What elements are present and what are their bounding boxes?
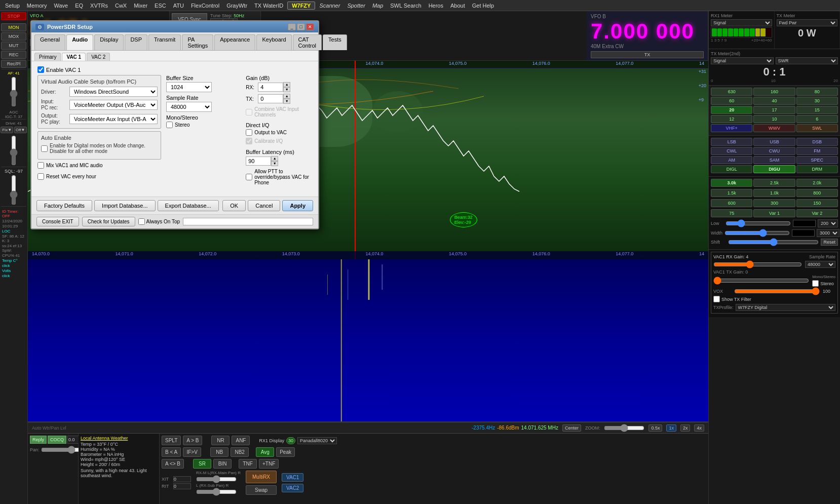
mode-lsb[interactable]: LSB bbox=[711, 138, 752, 146]
menu-setup[interactable]: Setup bbox=[2, 2, 23, 10]
width-slider[interactable] bbox=[724, 229, 790, 237]
rx1-meter-select[interactable]: Signal bbox=[711, 19, 772, 26]
buffer-latency-input[interactable] bbox=[246, 157, 271, 166]
menu-esc[interactable]: ESC bbox=[151, 2, 169, 10]
gain-tx-input[interactable] bbox=[258, 94, 283, 103]
gain-tx-up[interactable]: ▲ bbox=[283, 94, 290, 99]
tab-pa-settings[interactable]: PA Settings bbox=[182, 34, 213, 50]
check-updates-btn[interactable]: Check for Updates bbox=[82, 217, 135, 226]
reply-btn[interactable]: Reply bbox=[30, 436, 47, 444]
callsign-display[interactable]: W7FZY bbox=[287, 2, 315, 10]
band-20[interactable]: 20 bbox=[711, 106, 752, 114]
low-select[interactable]: 200 bbox=[818, 219, 838, 227]
menu-xvtrs[interactable]: XVTRs bbox=[87, 2, 111, 10]
center-btn[interactable]: Center bbox=[562, 424, 581, 432]
tab-appearance[interactable]: Appearance bbox=[214, 34, 255, 50]
auto-enable-checkbox[interactable] bbox=[41, 145, 48, 152]
minimize-btn[interactable]: _ bbox=[288, 23, 296, 30]
menu-txwaterid[interactable]: TX WaterID bbox=[251, 2, 286, 10]
show-tx-filter-checkbox[interactable] bbox=[713, 296, 720, 302]
af-slider[interactable] bbox=[9, 76, 18, 107]
factory-defaults-btn[interactable]: Factory Defaults bbox=[36, 200, 92, 211]
anf-btn[interactable]: ANF bbox=[232, 436, 250, 445]
width-select[interactable]: 3000 bbox=[817, 229, 839, 237]
filter-var2[interactable]: Var 2 bbox=[796, 209, 838, 217]
filter-3k[interactable]: 3.0k bbox=[711, 179, 752, 187]
gain-tx-down[interactable]: ▼ bbox=[283, 99, 290, 104]
menu-scanner[interactable]: Scanner bbox=[316, 2, 343, 10]
menu-cwx[interactable]: CwX bbox=[112, 2, 130, 10]
if-v-btn[interactable]: IF>V bbox=[183, 447, 201, 457]
menu-map[interactable]: Map bbox=[369, 2, 386, 10]
menu-mixer[interactable]: Mixer bbox=[131, 2, 150, 10]
zoom-4x[interactable]: 4x bbox=[694, 424, 704, 432]
rxm-pan-slider[interactable] bbox=[196, 476, 237, 482]
subtab-vac1[interactable]: VAC 1 bbox=[62, 53, 86, 61]
subtab-vac2[interactable]: VAC 2 bbox=[87, 53, 110, 61]
mode-digl[interactable]: DIGL bbox=[711, 165, 752, 173]
vox-slider[interactable] bbox=[734, 288, 820, 294]
stereo-checkbox[interactable] bbox=[812, 280, 819, 287]
driver-select[interactable]: Windows DirectSound bbox=[69, 87, 158, 97]
combine-vac-checkbox[interactable] bbox=[246, 109, 252, 115]
vac1-btn[interactable]: VAC1 bbox=[282, 473, 303, 482]
buffer-size-select[interactable]: 1024 512 2048 bbox=[166, 82, 212, 92]
filter-300[interactable]: 300 bbox=[753, 199, 795, 207]
a-to-b-btn[interactable]: A > B bbox=[183, 436, 202, 445]
b-to-a-btn[interactable]: B < A bbox=[162, 447, 181, 457]
subtab-primary[interactable]: Primary bbox=[34, 53, 61, 61]
sample-rate-select[interactable]: 48000 96000 bbox=[166, 102, 212, 112]
plus-tnf-btn[interactable]: +TNF bbox=[259, 459, 279, 469]
menu-spotter[interactable]: Spotter bbox=[344, 2, 368, 10]
vac-tx-gain-slider[interactable] bbox=[713, 278, 809, 284]
mode-sam[interactable]: SAM bbox=[753, 156, 795, 164]
vac2-btn[interactable]: VAC2 bbox=[282, 484, 303, 492]
export-database-btn[interactable]: Export Database... bbox=[158, 200, 219, 211]
band-630[interactable]: 630 bbox=[711, 88, 752, 96]
tab-general[interactable]: General bbox=[34, 34, 65, 50]
band-wwv[interactable]: WWV bbox=[753, 124, 795, 132]
menu-flexcontrol[interactable]: FlexControl bbox=[188, 2, 222, 10]
mode-drm[interactable]: DRM bbox=[796, 165, 838, 173]
rit-input[interactable] bbox=[173, 483, 191, 489]
tab-keyboard[interactable]: Keyboard bbox=[256, 34, 291, 50]
mode-dsb[interactable]: DSB bbox=[796, 138, 838, 146]
tab-cat-control[interactable]: CAT Control bbox=[293, 34, 322, 50]
menu-about[interactable]: About bbox=[447, 2, 468, 10]
mode-cwl[interactable]: CWL bbox=[711, 147, 752, 155]
shift-slider[interactable] bbox=[728, 239, 819, 246]
tnf-btn[interactable]: TNF bbox=[239, 459, 257, 469]
menu-atu[interactable]: ATU bbox=[170, 2, 187, 10]
tx-profile-select[interactable]: W7FZY Digital bbox=[736, 304, 835, 311]
menu-eq[interactable]: EQ bbox=[72, 2, 86, 10]
tx-meter-select[interactable]: Fwd Pwr bbox=[777, 19, 838, 26]
zoom-1x[interactable]: 1x bbox=[666, 424, 676, 432]
tab-dsp[interactable]: DSP bbox=[125, 34, 147, 50]
a-b-btn[interactable]: A <> B bbox=[162, 459, 184, 469]
band-6[interactable]: 6 bbox=[796, 115, 838, 123]
low-input[interactable]: 200 bbox=[793, 220, 816, 227]
filter-1-5k[interactable]: 1.5k bbox=[711, 189, 752, 197]
bin-btn[interactable]: BIN bbox=[213, 459, 232, 469]
menu-graywtr[interactable]: GrayWtr bbox=[223, 2, 250, 10]
filter-var1[interactable]: Var 1 bbox=[753, 209, 795, 217]
mode-fm[interactable]: FM bbox=[796, 147, 838, 155]
enable-vac1-checkbox[interactable] bbox=[37, 66, 44, 73]
mon-button[interactable]: MON bbox=[1, 23, 26, 31]
footer-text-input[interactable] bbox=[183, 218, 313, 225]
filter-2-5k[interactable]: 2.5k bbox=[753, 179, 795, 187]
fix-dropdown[interactable]: Fix▼ bbox=[1, 127, 13, 133]
sr-btn[interactable]: SR bbox=[193, 459, 211, 469]
band-160[interactable]: 160 bbox=[753, 88, 795, 96]
stereo-check[interactable]: Stereo bbox=[812, 280, 835, 287]
xit-input[interactable] bbox=[173, 476, 191, 482]
stop-button[interactable]: STOP bbox=[1, 12, 26, 20]
band-30[interactable]: 30 bbox=[796, 97, 838, 105]
close-btn[interactable]: ✕ bbox=[306, 23, 314, 30]
band-10[interactable]: 10 bbox=[753, 115, 795, 123]
tab-display[interactable]: Display bbox=[94, 34, 124, 50]
show-tx-filter-check[interactable]: Show TX Filter bbox=[713, 296, 835, 302]
band-vhf[interactable]: VHF+ bbox=[711, 124, 752, 132]
ok-btn[interactable]: OK bbox=[222, 200, 246, 211]
mode-usb[interactable]: USB bbox=[753, 138, 795, 146]
